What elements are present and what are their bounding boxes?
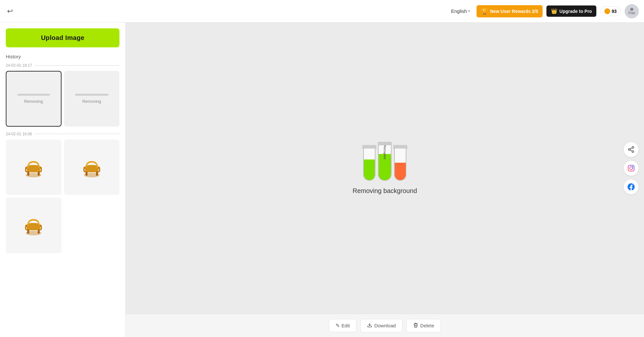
canvas-area: PicCopilot Removing background: [126, 23, 644, 314]
trophy-icon: 🏆: [481, 8, 488, 15]
tube-body-1: [363, 149, 375, 181]
navbar: ↩ English ▾ 🏆 New User Rewards 2/5 👑 Upg…: [0, 0, 644, 23]
svg-point-11: [632, 151, 634, 153]
thumb-card-removing-2[interactable]: Removing: [64, 71, 120, 127]
removing-text-2: Removing: [82, 99, 101, 104]
coins-badge[interactable]: 93: [600, 6, 621, 16]
svg-point-16: [632, 166, 633, 167]
tube-liquid-3: [395, 163, 406, 180]
upgrade-label: Upgrade to Pro: [559, 9, 592, 14]
svg-rect-14: [628, 165, 634, 171]
thumb-card-chair-1[interactable]: [6, 140, 62, 195]
svg-rect-8: [38, 230, 40, 234]
facebook-button[interactable]: [623, 179, 639, 195]
rewards-label: New User Rewards 2/5: [490, 9, 538, 14]
language-selector[interactable]: English ▾: [449, 7, 473, 15]
chair-image-1: [13, 146, 54, 188]
edit-label: Edit: [342, 323, 350, 328]
delete-label: Delete: [420, 323, 434, 328]
download-label: Download: [374, 323, 396, 328]
date-divider-2: [34, 134, 119, 134]
navbar-left: ↩: [5, 5, 15, 17]
coins-count: 93: [611, 9, 617, 14]
thumb-card-chair-2[interactable]: [64, 140, 120, 195]
history-label: History: [6, 54, 119, 59]
avatar[interactable]: Free: [625, 4, 639, 18]
thumb-grid-1: Removing Removing: [6, 71, 119, 127]
processing-text: Removing background: [353, 187, 417, 195]
instagram-button[interactable]: [623, 160, 639, 176]
tube-3: [393, 145, 407, 181]
thumb-card-chair-3[interactable]: [6, 197, 62, 253]
svg-line-12: [630, 150, 632, 151]
chair-image-2: [71, 146, 112, 188]
share-button[interactable]: [623, 142, 639, 157]
language-label: English: [451, 8, 467, 14]
download-button[interactable]: Download: [360, 319, 402, 332]
processing-visual: PicCopilot Removing background: [353, 142, 417, 195]
delete-icon: [413, 323, 418, 329]
logout-button[interactable]: ↩: [5, 5, 15, 17]
coin-icon: [604, 8, 610, 14]
main-layout: Upload Image History 24-02-01 18:17 Remo…: [0, 23, 644, 337]
logout-icon: ↩: [7, 7, 13, 15]
avatar-label: Free: [629, 11, 635, 15]
removing-text-1: Removing: [24, 99, 43, 104]
date-group-1: 24-02-01 18:17 Removing Removing: [6, 63, 119, 127]
svg-rect-4: [86, 172, 88, 176]
download-icon: [367, 323, 372, 329]
svg-point-9: [632, 147, 634, 149]
svg-rect-5: [96, 172, 98, 176]
date-header-1: 24-02-01 18:17: [6, 63, 119, 68]
tube-body-2: PicCopilot: [378, 145, 392, 181]
bottom-toolbar: ✎ Edit Download: [126, 314, 644, 337]
crown-icon: 👑: [551, 8, 557, 14]
tube-label-2: PicCopilot: [383, 145, 386, 159]
svg-line-13: [630, 148, 632, 149]
date-group-2: 24-02-01 16:06: [6, 132, 119, 253]
edit-button[interactable]: ✎ Edit: [329, 319, 357, 332]
chevron-down-icon: ▾: [468, 9, 470, 13]
date-label-1: 24-02-01 18:17: [6, 63, 32, 68]
side-actions: [623, 142, 639, 195]
date-label-2: 24-02-01 16:06: [6, 132, 32, 136]
rewards-button[interactable]: 🏆 New User Rewards 2/5: [477, 5, 543, 17]
date-header-2: 24-02-01 16:06: [6, 132, 119, 136]
edit-icon: ✎: [336, 323, 340, 329]
test-tubes: PicCopilot: [362, 142, 407, 181]
tube-1: [362, 145, 376, 181]
tube-liquid-1: [364, 159, 375, 180]
avatar-icon: [630, 8, 633, 11]
svg-point-15: [630, 167, 632, 169]
svg-point-10: [629, 149, 630, 150]
removing-progress-bar-2: [75, 94, 109, 96]
thumb-card-removing-1[interactable]: Removing: [6, 71, 62, 127]
thumb-grid-2: [6, 140, 119, 253]
removing-progress-bar-1: [17, 94, 50, 96]
delete-button[interactable]: Delete: [406, 319, 441, 332]
svg-rect-2: [38, 172, 40, 176]
chair-image-3: [13, 205, 54, 246]
upgrade-button[interactable]: 👑 Upgrade to Pro: [546, 5, 596, 17]
content-area: PicCopilot Removing background: [126, 23, 644, 337]
tube-2: PicCopilot: [378, 142, 392, 181]
date-divider-1: [34, 65, 119, 66]
tube-body-3: [394, 149, 406, 181]
upload-image-button[interactable]: Upload Image: [6, 28, 119, 47]
svg-rect-1: [27, 172, 29, 176]
svg-rect-7: [27, 230, 29, 234]
sidebar: Upload Image History 24-02-01 18:17 Remo…: [0, 23, 126, 337]
